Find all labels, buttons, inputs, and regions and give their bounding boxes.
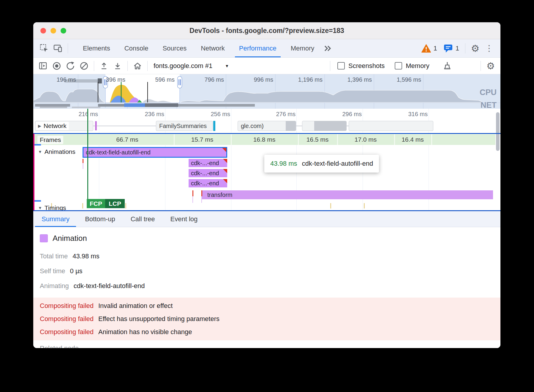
animation-bar[interactable]: cdk-...-end <box>189 179 227 187</box>
request-busy-segment <box>314 121 347 131</box>
memory-label[interactable]: Memory <box>406 62 429 70</box>
animation-tail-tick <box>192 196 193 203</box>
performance-toolbar: fonts.google.com #1 ▼ Screenshots Memory… <box>33 58 500 74</box>
animation-color-swatch <box>40 234 48 242</box>
capture-settings-gear-icon[interactable]: ⚙ <box>486 61 496 71</box>
inspect-element-icon[interactable] <box>39 43 49 53</box>
tab-bottom-up[interactable]: Bottom-up <box>77 211 123 227</box>
overview-tick: 996 ms <box>254 76 273 83</box>
resize-handle[interactable] <box>34 200 41 202</box>
frame-divider <box>431 134 432 145</box>
download-profile-icon[interactable] <box>113 61 123 71</box>
selection-handle-right[interactable] <box>178 76 182 88</box>
screenshots-checkbox[interactable] <box>337 62 345 69</box>
summary-row: Animating cdk-text-field-autofill-end <box>40 282 500 290</box>
settings-gear-icon[interactable]: ⚙ <box>470 43 480 53</box>
close-button[interactable] <box>40 28 46 34</box>
timeline-tracks[interactable]: 216 ms 236 ms 256 ms 276 ms 296 ms 316 m… <box>33 109 500 210</box>
fcp-badge[interactable]: FCP <box>87 199 105 208</box>
collapse-down-icon[interactable]: ▼ <box>38 149 42 154</box>
compositing-failures: Compositing failed Invalid animation or … <box>33 298 500 340</box>
lcp-badge[interactable]: LCP <box>105 199 125 208</box>
frame-duration[interactable]: 15.7 ms <box>174 134 231 145</box>
tab-performance[interactable]: Performance <box>232 39 284 57</box>
collect-garbage-icon[interactable] <box>441 61 451 71</box>
collapse-down-icon[interactable]: ▼ <box>38 206 42 210</box>
chevron-down-icon[interactable]: ▼ <box>225 64 229 68</box>
network-request[interactable]: FamilySummaries <box>156 121 213 131</box>
tab-network[interactable]: Network <box>194 39 232 57</box>
window-title: DevTools - fonts.google.com/?preview.siz… <box>189 27 344 35</box>
expand-right-icon[interactable]: ▶ <box>38 124 41 128</box>
tab-elements[interactable]: Elements <box>76 39 117 57</box>
frames-track-label[interactable]: Frames <box>37 136 63 144</box>
transform-animation-bar[interactable]: transform <box>202 190 493 199</box>
record-icon[interactable] <box>52 61 62 71</box>
device-toolbar-icon[interactable] <box>53 43 63 53</box>
summary-header: Animation <box>40 234 500 243</box>
track-divider[interactable] <box>33 133 500 134</box>
overview-tick: 1,596 ms <box>397 76 421 83</box>
ruler-tick: 296 ms <box>329 111 362 118</box>
resize-handle[interactable] <box>34 144 41 146</box>
minimize-button[interactable] <box>50 28 56 34</box>
fcp-marker-line <box>87 109 88 199</box>
animation-start-tick <box>201 190 202 196</box>
summary-panel: Animation Total time 43.98 ms Self time … <box>33 227 500 348</box>
separator <box>127 61 128 71</box>
tab-call-tree[interactable]: Call tree <box>123 211 163 227</box>
vertical-scrollbar[interactable] <box>496 112 500 151</box>
upload-profile-icon[interactable] <box>99 61 109 71</box>
details-tabbar: Summary Bottom-up Call tree Event log <box>33 210 500 227</box>
animation-start-tick-light <box>83 163 83 169</box>
reload-record-icon[interactable] <box>65 61 75 71</box>
frame-duration[interactable]: 17.0 ms <box>337 134 394 145</box>
issues-warning[interactable]: 1 <box>421 44 437 53</box>
tab-sources[interactable]: Sources <box>155 39 194 57</box>
memory-checkbox[interactable] <box>395 62 402 69</box>
devtools-window: DevTools - fonts.google.com/?preview.siz… <box>33 22 500 348</box>
frame-duration[interactable]: 16.8 ms <box>231 134 298 145</box>
kebab-menu-icon[interactable]: ⋮ <box>485 43 493 53</box>
timings-track-label[interactable]: ▼ Timings <box>36 204 69 210</box>
separator <box>68 43 68 53</box>
screenshots-label[interactable]: Screenshots <box>348 62 385 70</box>
warning-icon <box>421 44 431 53</box>
frame-duration[interactable]: 66.7 ms <box>81 134 174 145</box>
tooltip-duration: 43.98 ms <box>270 160 297 167</box>
tab-memory[interactable]: Memory <box>284 39 321 57</box>
more-tabs-icon[interactable] <box>323 43 333 53</box>
overview-tick: 796 ms <box>204 76 224 83</box>
network-event-tick <box>95 121 97 130</box>
toggle-sidebar-icon[interactable] <box>38 61 48 71</box>
tab-console[interactable]: Console <box>117 39 156 57</box>
ruler-tick: 236 ms <box>132 111 164 118</box>
network-request[interactable] <box>302 121 347 131</box>
tab-summary[interactable]: Summary <box>34 211 77 227</box>
animation-bar[interactable]: cdk-...-end <box>189 169 227 177</box>
session-selector[interactable]: fonts.google.com #1 <box>154 62 212 70</box>
clear-icon[interactable] <box>79 61 89 71</box>
request-busy-segment <box>286 121 296 131</box>
frame-duration[interactable]: 16.4 ms <box>394 134 431 145</box>
frames-track[interactable]: 66.7 ms 15.7 ms 16.8 ms 16.5 ms 17.0 ms … <box>33 134 495 145</box>
animation-bar[interactable]: cdk-...-end <box>189 159 227 167</box>
animation-start-tick <box>83 159 83 163</box>
network-request[interactable] <box>349 121 433 131</box>
timeline-overview[interactable]: 196 ms 396 ms 596 ms 796 ms 996 ms 1,196… <box>33 74 500 109</box>
maximize-button[interactable] <box>61 28 66 34</box>
animation-start-tick <box>192 190 193 196</box>
separator <box>94 61 94 71</box>
tab-event-log[interactable]: Event log <box>163 211 206 227</box>
issues-messages[interactable]: 1 <box>443 44 459 53</box>
overview-tick: 1,396 ms <box>347 76 372 83</box>
timing-tick <box>364 203 365 208</box>
home-icon[interactable] <box>132 61 143 71</box>
overview-tick: 196 ms <box>56 76 76 83</box>
animation-bar-selected[interactable]: cdk-text-field-autofill-end <box>83 147 227 158</box>
network-request[interactable]: gle.com) <box>238 121 296 131</box>
network-event-tick <box>213 121 215 131</box>
network-track-label[interactable]: ▶ Network <box>36 122 69 130</box>
frame-duration[interactable]: 16.5 ms <box>298 134 337 145</box>
animations-track-label[interactable]: ▼ Animations <box>36 148 78 156</box>
